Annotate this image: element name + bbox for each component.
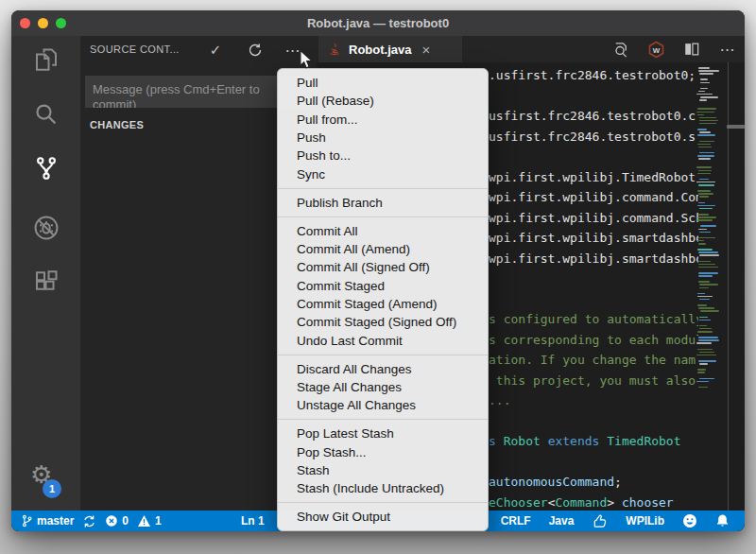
menu-separator [278, 188, 488, 189]
minimap-line [699, 378, 714, 380]
menu-item-pull-from[interactable]: Pull from... [278, 111, 488, 129]
eol-status-item[interactable]: CRLF [501, 514, 531, 528]
titlebar[interactable]: Robot.java — testrobot0 [11, 10, 745, 36]
minimap-line [698, 67, 709, 69]
changes-section-header[interactable]: CHANGES [90, 119, 144, 130]
refresh-button[interactable] [244, 39, 266, 61]
sidebar-header: SOURCE CONT... ✓ ⋯ [80, 36, 317, 64]
menu-item-undo-last-commit[interactable]: Undo Last Commit [278, 331, 488, 349]
problems-status-item[interactable]: 0 1 [105, 514, 161, 528]
editor-more-actions-button[interactable]: ⋯ [716, 38, 739, 61]
commit-button[interactable]: ✓ [204, 39, 227, 61]
minimap-line [697, 249, 713, 251]
menu-item-pop-latest-stash[interactable]: Pop Latest Stash [278, 424, 488, 442]
mouse-cursor [299, 49, 314, 70]
split-editor-icon [683, 41, 700, 58]
smiley-icon[interactable] [682, 513, 697, 528]
menu-item-push-to[interactable]: Push to... [278, 147, 488, 164]
minimap-line [699, 352, 714, 354]
minimap-line [698, 339, 719, 341]
tab-close-icon[interactable]: × [421, 42, 430, 58]
find-icon [611, 41, 629, 59]
menu-item-stash[interactable]: Stash [278, 461, 488, 479]
minimap-line [697, 190, 711, 192]
overview-ruler [728, 62, 729, 511]
menu-item-commit-all-amend[interactable]: Commit All (Amend) [278, 240, 488, 258]
editor-tab-bar: Robot.java × W [317, 36, 745, 62]
minimap-line [699, 99, 707, 101]
minimap-line [697, 144, 711, 146]
wpilib-status-item[interactable]: WPILib [626, 514, 664, 528]
minimap-line [698, 91, 705, 93]
minimap-line [697, 369, 705, 371]
minimap-line [699, 284, 718, 286]
menu-item-unstage-all-changes[interactable]: Unstage All Changes [278, 396, 488, 414]
menu-item-stage-all-changes[interactable]: Stage All Changes [278, 378, 488, 396]
menu-item-commit-staged-amend[interactable]: Commit Staged (Amend) [278, 295, 488, 313]
minimap-line [699, 320, 711, 321]
sync-status-item[interactable] [82, 514, 96, 528]
notifications-bell-icon[interactable] [715, 513, 730, 528]
sidebar-item-extensions[interactable] [11, 261, 80, 304]
minimap-line [696, 182, 715, 183]
feedback-thumb-icon[interactable] [592, 513, 608, 529]
minimap-line [698, 264, 716, 266]
menu-item-commit-staged[interactable]: Commit Staged [278, 277, 488, 295]
minimap-line [697, 173, 711, 175]
code-line: autonomousCommand; [489, 472, 622, 493]
git-branch-icon [21, 514, 33, 528]
branch-status-item[interactable]: master [21, 514, 74, 528]
minimap-line [696, 355, 715, 356]
window-title: Robot.java — testrobot0 [11, 10, 745, 36]
menu-item-pull[interactable]: Pull [278, 74, 488, 92]
branch-name: master [37, 514, 74, 528]
minimap-line [699, 123, 716, 125]
minimap-line [698, 229, 708, 231]
minimap-line [697, 155, 714, 157]
menu-item-sync[interactable]: Sync [278, 164, 488, 182]
scrollbar-thumb[interactable] [727, 125, 745, 129]
sidebar-item-search[interactable] [11, 93, 80, 136]
minimap-line [698, 147, 711, 148]
sidebar-item-explorer[interactable] [11, 38, 80, 81]
minimap-line [697, 261, 711, 263]
minimap-line [699, 73, 713, 75]
menu-item-commit-all-signed-off[interactable]: Commit All (Signed Off) [278, 258, 488, 276]
minimap-line [698, 170, 712, 172]
menu-item-commit-all[interactable]: Commit All [278, 222, 488, 240]
minimap-line [699, 141, 713, 143]
split-editor-button[interactable] [680, 38, 703, 61]
minimap-line [700, 88, 708, 90]
check-icon: ✓ [210, 42, 222, 59]
sidebar-item-debug[interactable] [11, 206, 80, 250]
line-col-status-item[interactable]: Ln 1 [241, 511, 265, 531]
sidebar-item-source-control[interactable] [11, 147, 80, 190]
menu-item-commit-staged-signed-off[interactable]: Commit Staged (Signed Off) [278, 313, 488, 331]
minimap-line [699, 317, 708, 319]
menu-item-push[interactable]: Push [278, 129, 488, 147]
menu-item-pop-stash[interactable]: Pop Stash... [278, 442, 488, 460]
menu-separator [278, 216, 488, 217]
find-in-file-button[interactable] [609, 38, 631, 61]
minimap[interactable] [696, 67, 721, 445]
code-line: s Robot extends TimedRobot [489, 431, 681, 452]
minimap-line [698, 237, 716, 239]
menu-item-stash-include-untracked[interactable]: Stash (Include Untracked) [278, 479, 488, 497]
menu-item-discard-all-changes[interactable]: Discard All Changes [278, 360, 488, 378]
menu-item-show-git-output[interactable]: Show Git Output [278, 508, 488, 526]
editor-actions: W ⋯ [609, 36, 739, 62]
minimap-line [698, 70, 719, 72]
minimap-line [699, 232, 710, 234]
tab-robot-java[interactable]: Robot.java × [318, 36, 462, 62]
minimap-line [697, 108, 716, 110]
wpilib-button[interactable]: W [644, 38, 667, 61]
minimap-line [699, 363, 708, 365]
ellipsis-icon: ⋯ [720, 41, 736, 59]
language-status-item[interactable]: Java [549, 514, 575, 528]
code-line: .usfirst.frc2846.testrobot0; [489, 65, 696, 86]
search-icon [32, 100, 60, 129]
menu-item-pull-rebase[interactable]: Pull (Rebase) [278, 92, 488, 110]
settings-button[interactable]: ⚙ 1 [11, 456, 80, 509]
minimap-line [697, 304, 707, 306]
menu-item-publish-branch[interactable]: Publish Branch [278, 194, 488, 212]
